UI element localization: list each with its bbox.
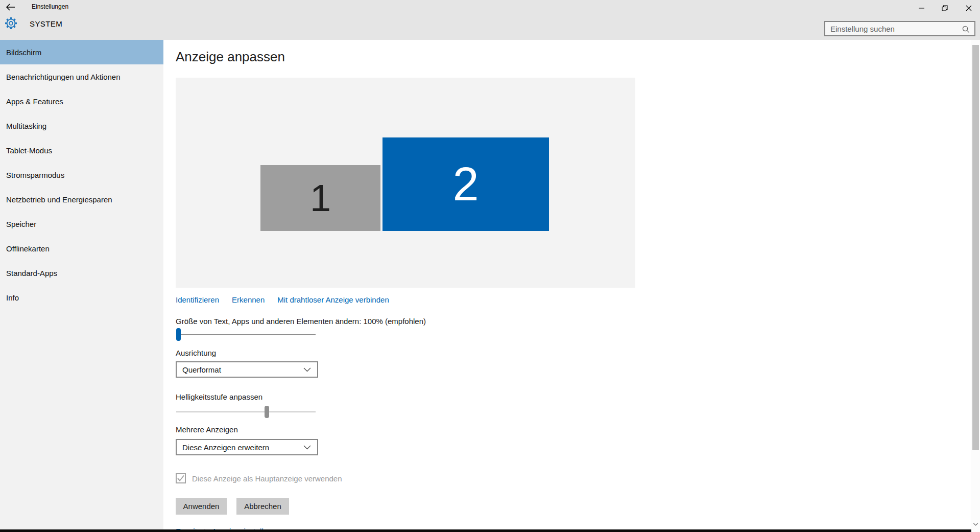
search-icon [962, 25, 970, 36]
sidebar-item-label: Stromsparmodus [6, 171, 64, 179]
display-arrangement-panel: 1 2 [176, 78, 635, 288]
page-title: SYSTEM [30, 19, 62, 28]
close-icon [966, 5, 972, 11]
sidebar-item-multitasking[interactable]: Multitasking [0, 113, 163, 138]
settings-window: Einstellungen [0, 0, 980, 532]
window-bottom-edge [0, 529, 971, 532]
restore-icon [942, 5, 948, 12]
brightness-slider [176, 405, 316, 419]
sidebar-item-netzbetrieb[interactable]: Netzbetrieb und Energiesparen [0, 187, 163, 212]
scale-slider-track[interactable] [176, 334, 316, 335]
orientation-value: Querformat [182, 365, 303, 374]
search-input[interactable] [825, 22, 974, 35]
sidebar-item-info[interactable]: Info [0, 285, 163, 310]
sidebar-item-label: Bildschirm [6, 48, 41, 57]
sidebar-item-tablet-modus[interactable]: Tablet-Modus [0, 138, 163, 163]
sidebar-item-offlinekarten[interactable]: Offlinekarten [0, 236, 163, 261]
identify-link[interactable]: Identifizieren [176, 295, 219, 304]
main-display-checkbox-row: Diese Anzeige als Hauptanzeige verwenden [176, 473, 342, 483]
multiple-displays-value: Diese Anzeigen erweitern [182, 443, 303, 452]
settings-search [824, 21, 975, 36]
scale-slider-label: Größe von Text, Apps und anderen Element… [176, 317, 426, 326]
scrollbar-thumb[interactable] [972, 45, 979, 450]
sidebar-item-benachrichtigungen[interactable]: Benachrichtigungen und Aktionen [0, 64, 163, 89]
sidebar-item-label: Tablet-Modus [6, 146, 52, 155]
brightness-slider-thumb[interactable] [265, 406, 269, 418]
sidebar-item-standard-apps[interactable]: Standard-Apps [0, 261, 163, 285]
close-button[interactable] [961, 3, 976, 13]
scrollbar-down-button[interactable] [973, 519, 978, 528]
scale-slider-thumb[interactable] [176, 328, 181, 341]
restore-button[interactable] [937, 3, 952, 13]
multiple-displays-dropdown[interactable]: Diese Anzeigen erweitern [176, 439, 318, 455]
sidebar-item-speicher[interactable]: Speicher [0, 212, 163, 236]
sidebar-item-bildschirm[interactable]: Bildschirm [0, 40, 163, 64]
monitor-2-number: 2 [452, 157, 479, 211]
display-action-links: Identifizieren Erkennen Mit drahtloser A… [176, 295, 389, 304]
sidebar-item-label: Info [6, 293, 19, 302]
wireless-display-link[interactable]: Mit drahtloser Anzeige verbinden [277, 295, 389, 304]
apply-button[interactable]: Anwenden [176, 498, 227, 515]
chevron-down-icon [303, 367, 311, 372]
sidebar-item-label: Multitasking [6, 122, 46, 130]
sidebar-item-apps-features[interactable]: Apps & Features [0, 89, 163, 113]
minimize-icon [919, 5, 925, 11]
content-heading: Anzeige anpassen [176, 49, 285, 65]
detect-link[interactable]: Erkennen [232, 295, 265, 304]
chevron-down-icon [973, 523, 978, 526]
brightness-label: Helligkeitsstufe anpassen [176, 392, 262, 401]
window-header: Einstellungen [0, 0, 980, 40]
monitor-1[interactable]: 1 [260, 165, 380, 231]
sidebar-item-stromsparmodus[interactable]: Stromsparmodus [0, 163, 163, 187]
vertical-scrollbar [971, 40, 980, 532]
checkmark-icon [176, 473, 186, 483]
gear-icon [4, 16, 18, 30]
main-display-checkbox[interactable] [176, 473, 186, 483]
arrow-left-icon [5, 3, 16, 12]
minimize-button[interactable] [914, 3, 929, 13]
back-button[interactable] [5, 3, 18, 14]
monitor-1-number: 1 [310, 176, 331, 220]
sidebar: Bildschirm Benachrichtigungen und Aktion… [0, 40, 163, 532]
sidebar-item-label: Standard-Apps [6, 269, 57, 277]
sidebar-item-label: Offlinekarten [6, 244, 50, 253]
cancel-button[interactable]: Abbrechen [236, 498, 289, 515]
sidebar-item-label: Apps & Features [6, 97, 63, 106]
chevron-down-icon [303, 445, 311, 450]
window-title: Einstellungen [32, 3, 68, 10]
sidebar-item-label: Netzbetrieb und Energiesparen [6, 195, 112, 204]
scale-slider [176, 328, 316, 341]
brightness-slider-track[interactable] [176, 411, 316, 412]
sidebar-item-label: Speicher [6, 220, 36, 228]
multiple-displays-label: Mehrere Anzeigen [176, 425, 238, 434]
monitor-2[interactable]: 2 [383, 137, 549, 231]
sidebar-item-label: Benachrichtigungen und Aktionen [6, 73, 121, 81]
main-display-checkbox-label: Diese Anzeige als Hauptanzeige verwenden [192, 474, 342, 483]
orientation-dropdown[interactable]: Querformat [176, 361, 318, 378]
orientation-label: Ausrichtung [176, 349, 216, 357]
